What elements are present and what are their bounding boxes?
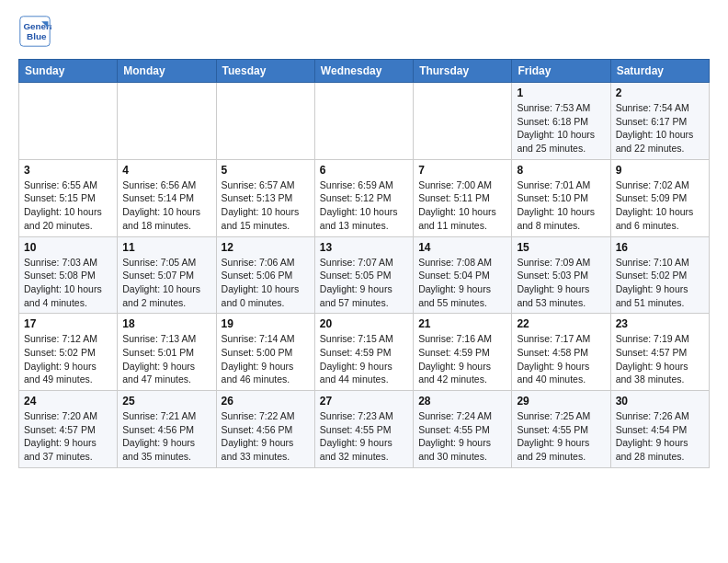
day-info: Sunrise: 7:12 AMSunset: 5:02 PMDaylight:… xyxy=(24,332,112,386)
day-number: 28 xyxy=(418,395,506,408)
calendar-cell: 6Sunrise: 6:59 AMSunset: 5:12 PMDaylight… xyxy=(314,159,413,236)
calendar-cell xyxy=(314,83,413,160)
day-info: Sunrise: 7:13 AMSunset: 5:01 PMDaylight:… xyxy=(122,332,210,386)
weekday-header-wednesday: Wednesday xyxy=(314,60,413,83)
day-info: Sunrise: 7:14 AMSunset: 5:00 PMDaylight:… xyxy=(222,332,310,386)
calendar-cell: 23Sunrise: 7:19 AMSunset: 4:57 PMDayligh… xyxy=(610,314,709,391)
day-number: 20 xyxy=(320,317,408,330)
day-info: Sunrise: 7:25 AMSunset: 4:55 PMDaylight:… xyxy=(517,409,605,464)
day-number: 18 xyxy=(122,317,210,330)
calendar-cell xyxy=(19,83,118,160)
calendar-cell: 7Sunrise: 7:00 AMSunset: 5:11 PMDaylight… xyxy=(414,159,512,236)
calendar-cell: 15Sunrise: 7:09 AMSunset: 5:03 PMDayligh… xyxy=(512,236,610,314)
calendar-cell: 16Sunrise: 7:10 AMSunset: 5:02 PMDayligh… xyxy=(610,236,709,314)
day-number: 4 xyxy=(122,164,210,177)
week-row-3: 10Sunrise: 7:03 AMSunset: 5:08 PMDayligh… xyxy=(19,236,710,314)
day-number: 29 xyxy=(517,395,605,408)
day-info: Sunrise: 7:20 AMSunset: 4:57 PMDaylight:… xyxy=(24,409,112,464)
svg-text:Blue: Blue xyxy=(27,31,47,41)
calendar-cell: 13Sunrise: 7:07 AMSunset: 5:05 PMDayligh… xyxy=(314,236,413,314)
calendar-header: SundayMondayTuesdayWednesdayThursdayFrid… xyxy=(19,60,710,83)
day-number: 10 xyxy=(24,241,112,254)
calendar-cell xyxy=(414,83,512,160)
calendar-cell: 22Sunrise: 7:17 AMSunset: 4:58 PMDayligh… xyxy=(512,314,610,391)
logo-icon: General Blue xyxy=(18,15,51,48)
day-info: Sunrise: 7:09 AMSunset: 5:03 PMDaylight:… xyxy=(517,256,605,310)
day-info: Sunrise: 7:05 AMSunset: 5:07 PMDaylight:… xyxy=(122,256,210,310)
day-number: 13 xyxy=(320,241,408,254)
day-number: 26 xyxy=(222,395,310,408)
day-info: Sunrise: 7:15 AMSunset: 4:59 PMDaylight:… xyxy=(320,332,408,386)
calendar-cell: 28Sunrise: 7:24 AMSunset: 4:55 PMDayligh… xyxy=(414,391,512,468)
day-number: 7 xyxy=(418,164,506,177)
day-number: 9 xyxy=(616,164,704,177)
calendar-cell: 14Sunrise: 7:08 AMSunset: 5:04 PMDayligh… xyxy=(414,236,512,314)
day-info: Sunrise: 7:23 AMSunset: 4:55 PMDaylight:… xyxy=(320,409,408,464)
calendar-cell: 4Sunrise: 6:56 AMSunset: 5:14 PMDaylight… xyxy=(118,159,216,236)
day-number: 25 xyxy=(122,395,210,408)
day-number: 12 xyxy=(222,241,310,254)
calendar-cell xyxy=(216,83,314,160)
day-info: Sunrise: 7:07 AMSunset: 5:05 PMDaylight:… xyxy=(320,256,408,310)
calendar-cell: 21Sunrise: 7:16 AMSunset: 4:59 PMDayligh… xyxy=(414,314,512,391)
week-row-5: 24Sunrise: 7:20 AMSunset: 4:57 PMDayligh… xyxy=(19,391,710,468)
day-number: 23 xyxy=(616,317,704,330)
weekday-row: SundayMondayTuesdayWednesdayThursdayFrid… xyxy=(19,60,710,83)
day-number: 22 xyxy=(517,317,605,330)
day-number: 17 xyxy=(24,317,112,330)
weekday-header-monday: Monday xyxy=(118,60,216,83)
day-info: Sunrise: 7:26 AMSunset: 4:54 PMDaylight:… xyxy=(616,409,704,464)
day-info: Sunrise: 7:03 AMSunset: 5:08 PMDaylight:… xyxy=(24,256,112,310)
day-number: 15 xyxy=(517,241,605,254)
page: General Blue SundayMondayTuesdayWednesda… xyxy=(0,0,728,483)
calendar-cell: 29Sunrise: 7:25 AMSunset: 4:55 PMDayligh… xyxy=(512,391,610,468)
day-info: Sunrise: 6:59 AMSunset: 5:12 PMDaylight:… xyxy=(320,178,408,233)
day-number: 16 xyxy=(616,241,704,254)
day-info: Sunrise: 7:54 AMSunset: 6:17 PMDaylight:… xyxy=(616,101,704,155)
day-info: Sunrise: 7:19 AMSunset: 4:57 PMDaylight:… xyxy=(616,332,704,386)
calendar-cell: 18Sunrise: 7:13 AMSunset: 5:01 PMDayligh… xyxy=(118,314,216,391)
day-info: Sunrise: 7:22 AMSunset: 4:56 PMDaylight:… xyxy=(222,409,310,464)
calendar-cell: 3Sunrise: 6:55 AMSunset: 5:15 PMDaylight… xyxy=(19,159,118,236)
day-number: 6 xyxy=(320,164,408,177)
calendar-cell: 11Sunrise: 7:05 AMSunset: 5:07 PMDayligh… xyxy=(118,236,216,314)
calendar-cell: 25Sunrise: 7:21 AMSunset: 4:56 PMDayligh… xyxy=(118,391,216,468)
day-info: Sunrise: 7:21 AMSunset: 4:56 PMDaylight:… xyxy=(122,409,210,464)
week-row-4: 17Sunrise: 7:12 AMSunset: 5:02 PMDayligh… xyxy=(19,314,710,391)
weekday-header-sunday: Sunday xyxy=(19,60,118,83)
day-info: Sunrise: 7:02 AMSunset: 5:09 PMDaylight:… xyxy=(616,178,704,233)
day-number: 21 xyxy=(418,317,506,330)
day-info: Sunrise: 7:24 AMSunset: 4:55 PMDaylight:… xyxy=(418,409,506,464)
day-info: Sunrise: 7:17 AMSunset: 4:58 PMDaylight:… xyxy=(517,332,605,386)
calendar: SundayMondayTuesdayWednesdayThursdayFrid… xyxy=(18,59,710,468)
calendar-cell: 27Sunrise: 7:23 AMSunset: 4:55 PMDayligh… xyxy=(314,391,413,468)
calendar-cell: 1Sunrise: 7:53 AMSunset: 6:18 PMDaylight… xyxy=(512,83,610,160)
day-number: 14 xyxy=(418,241,506,254)
day-info: Sunrise: 7:01 AMSunset: 5:10 PMDaylight:… xyxy=(517,178,605,233)
weekday-header-thursday: Thursday xyxy=(414,60,512,83)
calendar-cell: 19Sunrise: 7:14 AMSunset: 5:00 PMDayligh… xyxy=(216,314,314,391)
calendar-cell xyxy=(118,83,216,160)
weekday-header-tuesday: Tuesday xyxy=(216,60,314,83)
header: General Blue xyxy=(18,15,710,48)
day-info: Sunrise: 7:08 AMSunset: 5:04 PMDaylight:… xyxy=(418,256,506,310)
day-number: 30 xyxy=(616,395,704,408)
day-number: 8 xyxy=(517,164,605,177)
day-number: 3 xyxy=(24,164,112,177)
day-info: Sunrise: 7:16 AMSunset: 4:59 PMDaylight:… xyxy=(418,332,506,386)
day-number: 11 xyxy=(122,241,210,254)
day-info: Sunrise: 7:06 AMSunset: 5:06 PMDaylight:… xyxy=(222,256,310,310)
calendar-cell: 17Sunrise: 7:12 AMSunset: 5:02 PMDayligh… xyxy=(19,314,118,391)
calendar-cell: 10Sunrise: 7:03 AMSunset: 5:08 PMDayligh… xyxy=(19,236,118,314)
day-info: Sunrise: 7:10 AMSunset: 5:02 PMDaylight:… xyxy=(616,256,704,310)
calendar-cell: 9Sunrise: 7:02 AMSunset: 5:09 PMDaylight… xyxy=(610,159,709,236)
weekday-header-saturday: Saturday xyxy=(610,60,709,83)
day-number: 27 xyxy=(320,395,408,408)
calendar-body: 1Sunrise: 7:53 AMSunset: 6:18 PMDaylight… xyxy=(19,83,710,468)
calendar-cell: 26Sunrise: 7:22 AMSunset: 4:56 PMDayligh… xyxy=(216,391,314,468)
day-number: 2 xyxy=(616,86,704,99)
week-row-1: 1Sunrise: 7:53 AMSunset: 6:18 PMDaylight… xyxy=(19,83,710,160)
day-number: 1 xyxy=(517,86,605,99)
day-number: 24 xyxy=(24,395,112,408)
day-info: Sunrise: 6:56 AMSunset: 5:14 PMDaylight:… xyxy=(122,178,210,233)
